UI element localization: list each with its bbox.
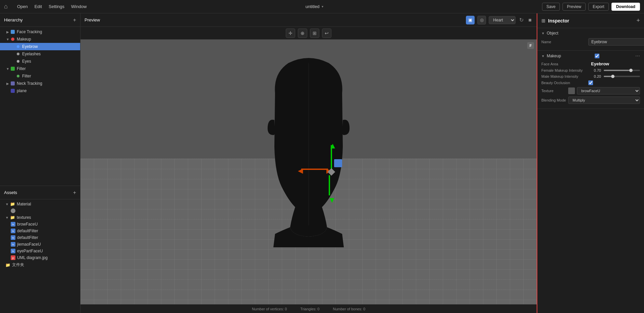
sidebar-item-face-tracking[interactable]: ▶ Face Tracking	[0, 28, 80, 36]
preview-dark-btn[interactable]: ■	[527, 16, 533, 24]
arrow-up: ▲	[329, 142, 337, 150]
arrow-left: ◀	[298, 167, 303, 174]
eyepartfaceu-label: eyePartFaceU	[17, 249, 43, 253]
tree-toggle-neck: ▶	[5, 82, 10, 85]
preview-button[interactable]: Preview	[562, 3, 586, 11]
sidebar-item-plane[interactable]: plane	[0, 87, 80, 95]
f-badge-text: F	[527, 42, 534, 49]
face-area-label: Face Area	[541, 62, 588, 66]
folder-icon-textures: 📁	[10, 215, 15, 220]
asset-defaultfilter1[interactable]: tx defaultFilter	[0, 228, 80, 234]
head-silhouette-svg	[255, 53, 362, 247]
head-model	[255, 53, 362, 247]
inspector-grid-icon: ⊞	[541, 18, 545, 23]
download-button[interactable]: Download	[611, 3, 640, 11]
sidebar-item-eyes[interactable]: Eyes	[0, 58, 80, 65]
topbar-menu: Open Edit Settings Window	[17, 4, 87, 9]
asset-eyepartfaceu[interactable]: tx eyePartFaceU	[0, 248, 80, 254]
makeup-more-options[interactable]: ⋯	[635, 53, 640, 59]
tool-reset-btn[interactable]: ↩	[322, 28, 331, 38]
asset-textures-folder[interactable]: ▼ 📁 textures	[0, 214, 80, 221]
makeup-enabled-checkbox[interactable]	[595, 54, 599, 58]
male-intensity-slider-thumb[interactable]	[611, 75, 614, 78]
file-icon-browfaceu: tx	[11, 222, 15, 227]
hierarchy-add-button[interactable]: +	[73, 17, 76, 23]
asset-material-folder[interactable]: ▼ 📁 Material	[0, 201, 80, 207]
title-dropdown-arrow[interactable]: ▾	[322, 5, 323, 8]
hierarchy-title: Hierarchy	[4, 17, 23, 22]
sphere-icon	[11, 208, 15, 213]
name-field-row: Name	[541, 38, 640, 46]
face-tracking-label: Face Tracking	[17, 29, 42, 34]
makeup-section-arrow: ▼	[541, 54, 545, 58]
inspector-add-button[interactable]: +	[636, 17, 640, 24]
asset-folder-cn[interactable]: 📁 文件夹	[0, 261, 80, 269]
asset-uml-diagram[interactable]: jp UML diagram.jpg	[0, 254, 80, 261]
sidebar-item-filter[interactable]: Filter	[0, 72, 80, 80]
filter-group-icon	[10, 66, 15, 71]
asset-jiemaofaceu[interactable]: tx jiemaoFaceU	[0, 241, 80, 248]
sidebar-item-makeup[interactable]: ▼ Makeup	[0, 36, 80, 43]
texture-row: Texture browFaceU	[541, 87, 640, 95]
tool-scale-btn[interactable]: ⊞	[310, 28, 319, 38]
eyelashes-label: Eyelashes	[22, 52, 41, 56]
topbar-left: ⌂ Open Edit Settings Window	[4, 3, 87, 10]
name-field-label: Name	[541, 40, 588, 44]
menu-edit[interactable]: Edit	[35, 4, 42, 9]
female-intensity-slider-fill	[604, 70, 629, 71]
sidebar-item-neck-tracking[interactable]: ▶ Neck Tracking	[0, 80, 80, 87]
folder-cn-label: 文件夹	[12, 262, 24, 268]
female-intensity-slider-track[interactable]	[604, 70, 640, 71]
export-button[interactable]: Export	[588, 3, 609, 11]
beauty-occlusion-checkbox[interactable]	[588, 80, 593, 85]
eyes-icon	[15, 59, 21, 64]
assets-add-button[interactable]: +	[73, 190, 76, 195]
sidebar-item-eyelashes[interactable]: Eyelashes	[0, 50, 80, 58]
male-intensity-label: Male Makeup Intensity	[541, 74, 588, 78]
home-icon[interactable]: ⌂	[4, 3, 8, 10]
tool-rotate-btn[interactable]: ⊕	[298, 28, 307, 38]
bones-count: Number of bones: 0	[333, 307, 365, 311]
assets-header: Assets +	[0, 186, 80, 199]
sidebar-item-eyebrow[interactable]: Eyebrow	[0, 43, 80, 50]
topbar-center: untitled ▾	[87, 4, 542, 9]
male-intensity-value: 0.20	[591, 74, 601, 78]
asset-material-sphere[interactable]	[0, 207, 80, 214]
asset-defaultfilter2[interactable]: tx defaultFilter	[0, 234, 80, 241]
texture-select[interactable]: browFaceU	[577, 87, 640, 95]
female-intensity-row: Female Makeup Intensity 0.70	[541, 68, 640, 72]
tree-toggle-makeup: ▼	[5, 38, 10, 41]
menu-settings[interactable]: Settings	[49, 4, 64, 9]
file-icon-df1: tx	[11, 229, 15, 233]
tree-toggle-filter-group: ▼	[5, 67, 10, 71]
menu-window[interactable]: Window	[71, 4, 87, 9]
preview-mode-rect-btn[interactable]: ▣	[466, 16, 475, 24]
preview-mode-circle-btn[interactable]: ◎	[477, 16, 486, 24]
asset-browfaceu[interactable]: tx browFaceU	[0, 221, 80, 228]
sidebar-item-filter-group[interactable]: ▼ Filter	[0, 65, 80, 72]
menu-open[interactable]: Open	[17, 4, 28, 9]
center-panel: Preview ▣ ◎ Heart Default None ↻ ■ ✛ ⊕ ⊞…	[80, 13, 537, 313]
project-title: untitled	[306, 4, 320, 9]
uml-diagram-label: UML diagram.jpg	[17, 255, 48, 260]
tool-move-btn[interactable]: ✛	[286, 28, 295, 38]
preview-reload-btn[interactable]: ↻	[518, 16, 525, 24]
filter-label: Filter	[22, 74, 31, 78]
file-icon-df2: tx	[11, 235, 15, 240]
male-intensity-slider-track[interactable]	[604, 76, 640, 77]
beauty-occlusion-label: Beauty Occlusion	[541, 81, 588, 85]
plane-icon	[10, 88, 15, 93]
save-button[interactable]: Save	[542, 3, 560, 11]
file-icon-uml: jp	[11, 255, 15, 260]
defaultfilter2-label: defaultFilter	[17, 235, 38, 240]
preview-filter-select[interactable]: Heart Default None	[489, 16, 516, 24]
blending-mode-select[interactable]: Multiply Normal Screen Overlay	[568, 97, 640, 104]
female-intensity-value: 0.70	[591, 68, 601, 72]
topbar-right: Save Preview Export Download	[542, 3, 640, 11]
eyebrow-label: Eyebrow	[22, 44, 38, 49]
name-field-input[interactable]	[588, 38, 644, 46]
texture-preview-swatch	[568, 87, 575, 94]
female-intensity-slider-thumb[interactable]	[629, 69, 633, 72]
filter-group-label: Filter	[17, 66, 26, 71]
hierarchy-tree: ▶ Face Tracking ▼ Makeup Ey	[0, 27, 80, 186]
